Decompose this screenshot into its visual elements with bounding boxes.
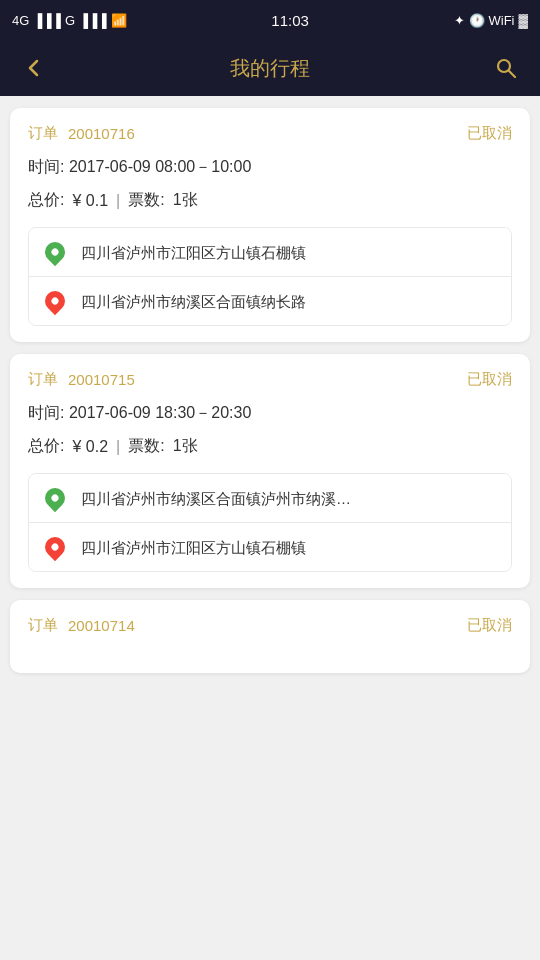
from-icon-1 [43, 240, 67, 264]
signal-g-text: G [65, 13, 75, 28]
trip-time-1: 时间: 2017-06-09 08:00－10:00 [28, 157, 512, 178]
card-header-2: 订单 20010715 已取消 [28, 370, 512, 389]
to-text-2: 四川省泸州市江阳区方山镇石棚镇 [81, 537, 306, 558]
location-from-1: 四川省泸州市江阳区方山镇石棚镇 [29, 228, 511, 277]
signal-text: 4G [12, 13, 29, 28]
battery-icon: ▓ [519, 13, 528, 28]
order-label-2: 订单 [28, 370, 58, 389]
time-value-1: 2017-06-09 08:00－10:00 [69, 158, 251, 175]
status-left: 4G ▐▐▐ G ▐▐▐ 📶 [12, 13, 127, 28]
ticket-label-2: 票数: [128, 436, 164, 457]
trip-price-2: 总价: ¥ 0.2 | 票数: 1张 [28, 436, 512, 457]
location-from-2: 四川省泸州市纳溪区合面镇泸州市纳溪… [29, 474, 511, 523]
location-to-2: 四川省泸州市江阳区方山镇石棚镇 [29, 523, 511, 571]
svg-line-1 [509, 71, 515, 77]
from-text-1: 四川省泸州市江阳区方山镇石棚镇 [81, 242, 306, 263]
alarm-icon: 🕐 [469, 13, 485, 28]
order-label-3: 订单 [28, 616, 58, 635]
order-number-2: 20010715 [68, 371, 135, 388]
green-pin-2 [41, 484, 69, 512]
card-header-1: 订单 20010716 已取消 [28, 124, 512, 143]
green-pin-1 [41, 238, 69, 266]
ticket-value-1: 1张 [173, 190, 198, 211]
order-info-2: 订单 20010715 [28, 370, 135, 389]
bluetooth-icon: ✦ [454, 13, 465, 28]
to-icon-1 [43, 289, 67, 313]
from-icon-2 [43, 486, 67, 510]
trip-list: 订单 20010716 已取消 时间: 2017-06-09 08:00－10:… [0, 96, 540, 685]
trip-card-3[interactable]: 订单 20010714 已取消 [10, 600, 530, 673]
back-button[interactable] [16, 50, 52, 86]
separator-1: | [116, 192, 120, 210]
order-status-1: 已取消 [467, 124, 512, 143]
status-time: 11:03 [271, 12, 309, 29]
trip-card-1[interactable]: 订单 20010716 已取消 时间: 2017-06-09 08:00－10:… [10, 108, 530, 342]
trip-time-2: 时间: 2017-06-09 18:30－20:30 [28, 403, 512, 424]
wifi-icon: WiFi [489, 13, 515, 28]
header: 我的行程 [0, 40, 540, 96]
order-status-3: 已取消 [467, 616, 512, 635]
to-text-1: 四川省泸州市纳溪区合面镇纳长路 [81, 291, 306, 312]
svg-point-0 [498, 60, 510, 72]
from-text-2: 四川省泸州市纳溪区合面镇泸州市纳溪… [81, 488, 351, 509]
price-value-1: ¥ 0.1 [72, 192, 108, 210]
status-bar: 4G ▐▐▐ G ▐▐▐ 📶 11:03 ✦ 🕐 WiFi ▓ [0, 0, 540, 40]
order-number-1: 20010716 [68, 125, 135, 142]
page-title: 我的行程 [230, 55, 310, 82]
order-info-1: 订单 20010716 [28, 124, 135, 143]
order-info-3: 订单 20010714 [28, 616, 135, 635]
locations-1: 四川省泸州市江阳区方山镇石棚镇 四川省泸州市纳溪区合面镇纳长路 [28, 227, 512, 326]
location-to-1: 四川省泸州市纳溪区合面镇纳长路 [29, 277, 511, 325]
signal-bars: ▐▐▐ [33, 13, 61, 28]
trip-card-2[interactable]: 订单 20010715 已取消 时间: 2017-06-09 18:30－20:… [10, 354, 530, 588]
price-label-2: 总价: [28, 436, 64, 457]
status-right: ✦ 🕐 WiFi ▓ [454, 13, 528, 28]
trip-price-1: 总价: ¥ 0.1 | 票数: 1张 [28, 190, 512, 211]
order-number-3: 20010714 [68, 617, 135, 634]
locations-2: 四川省泸州市纳溪区合面镇泸州市纳溪… 四川省泸州市江阳区方山镇石棚镇 [28, 473, 512, 572]
price-label-1: 总价: [28, 190, 64, 211]
ticket-value-2: 1张 [173, 436, 198, 457]
order-label-1: 订单 [28, 124, 58, 143]
red-pin-1 [41, 287, 69, 315]
separator-2: | [116, 438, 120, 456]
time-label-2: 时间: [28, 404, 64, 421]
time-value-2: 2017-06-09 18:30－20:30 [69, 404, 251, 421]
ticket-label-1: 票数: [128, 190, 164, 211]
order-status-2: 已取消 [467, 370, 512, 389]
sim-icon: 📶 [111, 13, 127, 28]
card-header-3: 订单 20010714 已取消 [28, 616, 512, 635]
price-value-2: ¥ 0.2 [72, 438, 108, 456]
red-pin-2 [41, 533, 69, 561]
to-icon-2 [43, 535, 67, 559]
signal-bars2: ▐▐▐ [79, 13, 107, 28]
search-button[interactable] [488, 50, 524, 86]
time-label-1: 时间: [28, 158, 64, 175]
